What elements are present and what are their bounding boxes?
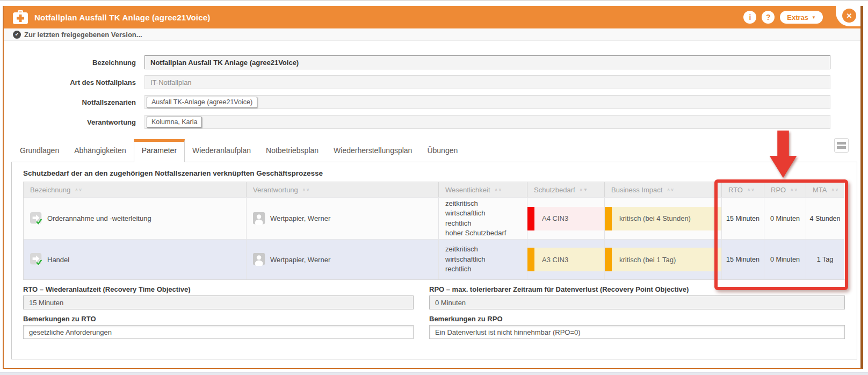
- severity-bar: [527, 207, 534, 230]
- schutzbedarf-table: Bezeichnung∧∨ Verantwortung∧∨ Wesentlich…: [23, 182, 845, 280]
- form-row-verantwortung: Verantwortung Kolumna, Karla: [4, 115, 830, 129]
- mta-value: 1 Tag: [806, 239, 844, 279]
- list-view-toggle-icon[interactable]: [834, 138, 849, 153]
- section-title: Schutzbedarf der an den zugehörigen Notf…: [23, 169, 857, 177]
- szenarien-field: Ausfall TK-Anlage (agree21Voice): [144, 95, 830, 109]
- close-corner: ✕: [836, 6, 860, 26]
- responsible-name: Wertpapier, Werner: [270, 256, 330, 264]
- form-area: Bezeichnung Notfallplan Ausfall TK Anlag…: [4, 41, 860, 359]
- tab-wiederanlaufplan[interactable]: Wiederanlaufplan: [185, 141, 258, 162]
- info-icon[interactable]: i: [743, 11, 756, 24]
- screen: Notfallplan Ausfall TK Anlage (agree21Vo…: [0, 0, 868, 375]
- help-icon[interactable]: ?: [762, 11, 775, 24]
- sort-icon[interactable]: ∧∨: [747, 187, 755, 192]
- rto-value: 15 Minuten: [722, 239, 764, 279]
- tab-wiederherstellungsplan[interactable]: Wiederherstellungsplan: [326, 141, 419, 162]
- severity-bar: [527, 248, 534, 271]
- responsible-name: Wertpapier, Werner: [270, 214, 330, 222]
- col-verantwortung[interactable]: Verantwortung∧∨: [247, 182, 439, 197]
- schutzbedarf-badge: A4 CIN3: [527, 207, 604, 230]
- chevron-down-icon: ▼: [812, 15, 816, 20]
- rpo-field: 0 Minuten: [429, 295, 845, 309]
- user-icon: [253, 212, 266, 225]
- sort-icon[interactable]: ∧∨: [790, 187, 798, 192]
- col-rpo[interactable]: RPO∧∨: [764, 182, 806, 197]
- rpo-notes-field[interactable]: Ein Datenverlust ist nicht hinnehmbar (R…: [429, 325, 845, 339]
- verantwortung-label: Verantwortung: [4, 118, 144, 126]
- tab-bar: Grundlagen Abhängigkeiten Parameter Wied…: [12, 137, 860, 162]
- rto-notes-label: Bemerkungen zu RTO: [23, 315, 414, 323]
- sort-icon[interactable]: ∧∨: [495, 187, 502, 192]
- col-business-impact[interactable]: Business Impact∧∨: [605, 182, 722, 197]
- form-row-szenarien: Notfallszenarien Ausfall TK-Anlage (agre…: [4, 95, 830, 109]
- verantwortung-field: Kolumna, Karla: [144, 115, 830, 129]
- szenarien-label: Notfallszenarien: [4, 98, 144, 106]
- titlebar-actions: i ? Extras ▼: [743, 11, 823, 24]
- col-schutzbedarf[interactable]: Schutzbedarf∧▼: [527, 182, 605, 197]
- col-wesentlichkeit[interactable]: Wesentlichkeit∧∨: [439, 182, 527, 197]
- table-header-row: Bezeichnung∧∨ Verantwortung∧∨ Wesentlich…: [24, 182, 845, 197]
- form-row-art: Art des Notfallplans IT-Notfallplan: [4, 75, 830, 89]
- severity-bar: [605, 207, 612, 230]
- process-icon: [30, 212, 43, 225]
- col-rto[interactable]: RTO∧∨: [722, 182, 764, 197]
- sort-icon[interactable]: ∧∨: [667, 187, 674, 192]
- process-name: Orderannahme und -weiterleitung: [47, 214, 151, 222]
- art-label: Art des Notfallplans: [4, 78, 144, 86]
- tab-uebungen[interactable]: Übungen: [419, 141, 465, 162]
- bottom-edge: [0, 372, 868, 375]
- extras-button[interactable]: Extras ▼: [780, 11, 823, 24]
- tab-grundlagen[interactable]: Grundlagen: [12, 141, 67, 162]
- severity-bar: [605, 248, 612, 271]
- table-row[interactable]: Orderannahme und -weiterleitung Wertpapi…: [24, 197, 845, 239]
- col-bezeichnung[interactable]: Bezeichnung∧∨: [24, 182, 247, 197]
- user-icon: [253, 253, 266, 266]
- window-title: Notfallplan Ausfall TK Anlage (agree21Vo…: [34, 13, 210, 22]
- table-row[interactable]: Handel Wertpapier, Werner zeitkritisch w…: [24, 239, 845, 279]
- sort-icon[interactable]: ∧∨: [302, 187, 310, 192]
- business-impact-badge: kritisch (bei 4 Stunden): [605, 207, 721, 230]
- extras-label: Extras: [787, 13, 808, 21]
- close-icon[interactable]: ✕: [842, 9, 856, 23]
- parameter-panel: Schutzbedarf der an den zugehörigen Notf…: [11, 162, 857, 359]
- form-row-bezeichnung: Bezeichnung Notfallplan Ausfall TK Anlag…: [4, 55, 830, 69]
- tab-abhaengigkeiten[interactable]: Abhängigkeiten: [67, 141, 134, 162]
- process-icon: [30, 253, 43, 266]
- wesentlichkeit-list: zeitkritisch wirtschaftlich rechtlich ho…: [445, 199, 506, 239]
- rto-value: 15 Minuten: [722, 197, 764, 239]
- verantwortung-chip[interactable]: Kolumna, Karla: [147, 117, 202, 128]
- rto-rpo-fields: RTO – Wiederanlaufzeit (Recovery Time Ob…: [23, 285, 845, 339]
- version-link[interactable]: Zur letzten freigegebenen Version...: [24, 31, 142, 39]
- rto-field: 15 Minuten: [23, 295, 414, 309]
- check-icon: ✔: [13, 31, 21, 39]
- schutzbedarf-badge: A3 CIN3: [527, 248, 604, 271]
- business-impact-badge: kritisch (bei 1 Tag): [605, 248, 721, 271]
- bezeichnung-label: Bezeichnung: [4, 59, 144, 67]
- title-bar: Notfallplan Ausfall TK Anlage (agree21Vo…: [4, 6, 860, 28]
- rpo-value: 0 Minuten: [764, 197, 806, 239]
- process-name: Handel: [47, 256, 69, 264]
- rpo-field-label: RPO – max. tolerierbarer Zeitraum für Da…: [429, 285, 845, 293]
- rto-field-label: RTO – Wiederanlaufzeit (Recovery Time Ob…: [23, 285, 414, 293]
- notfallplan-window: Notfallplan Ausfall TK Anlage (agree21Vo…: [3, 6, 863, 369]
- rpo-notes-label: Bemerkungen zu RPO: [429, 315, 845, 323]
- sort-icon[interactable]: ∧∨: [831, 187, 838, 192]
- sort-icon[interactable]: ∧∨: [75, 187, 82, 192]
- tab-parameter[interactable]: Parameter: [134, 139, 185, 162]
- wesentlichkeit-list: zeitkritisch wirtschaftlich rechtlich: [445, 244, 485, 274]
- tab-notbetriebsplan[interactable]: Notbetriebsplan: [258, 141, 326, 162]
- szenario-chip[interactable]: Ausfall TK-Anlage (agree21Voice): [147, 97, 257, 108]
- rto-notes-field[interactable]: gesetzliche Anforderungen: [23, 325, 414, 339]
- bezeichnung-field[interactable]: Notfallplan Ausfall TK Anlage (agree21Vo…: [144, 55, 830, 69]
- version-bar: ✔ Zur letzten freigegebenen Version...: [4, 28, 860, 41]
- col-mta[interactable]: MTA∧∨: [806, 182, 844, 197]
- mta-value: 4 Stunden: [806, 197, 844, 239]
- sort-icon[interactable]: ∧▼: [580, 187, 589, 192]
- art-field: IT-Notfallplan: [144, 75, 830, 89]
- rpo-value: 0 Minuten: [764, 239, 806, 279]
- first-aid-kit-icon: [12, 10, 28, 25]
